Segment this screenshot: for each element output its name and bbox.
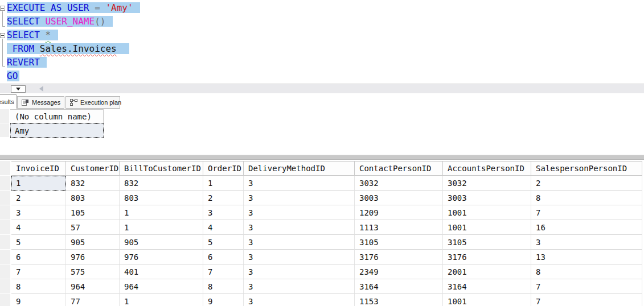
invoice-grid-cell[interactable]: 7 [11, 264, 66, 279]
invoice-grid-cell[interactable]: 803 [120, 191, 203, 205]
invoice-grid-cell[interactable]: 4 [11, 220, 66, 235]
invoice-grid-cell[interactable]: 8 [531, 264, 642, 279]
invoice-grid-column-header[interactable]: DeliveryMethodID [244, 161, 355, 176]
invoice-grid-column-header[interactable]: CustomerID [66, 161, 120, 176]
invoice-grid-cell[interactable]: 3003 [443, 191, 531, 205]
invoice-grid-cell[interactable]: 3105 [443, 235, 531, 250]
invoice-grid-cell[interactable]: 1 [203, 176, 244, 191]
editor-split-dropdown-button[interactable] [11, 85, 26, 93]
invoice-grid-cell[interactable]: 13 [531, 250, 642, 264]
invoice-grid-cell[interactable]: 976 [66, 250, 120, 264]
invoice-grid-cell[interactable]: 7 [531, 294, 642, 306]
invoice-grid-cell[interactable]: 2 [203, 191, 244, 205]
invoice-grid-cell[interactable]: 8 [203, 279, 244, 294]
tab-messages[interactable]: Messages [17, 96, 64, 109]
invoice-grid-cell[interactable]: 3164 [443, 279, 531, 294]
invoice-grid-cell[interactable]: 77 [66, 294, 120, 306]
invoice-grid-cell[interactable]: 1 [120, 294, 203, 306]
invoice-grid-column-header[interactable]: SalespersonPersonID [531, 161, 642, 176]
grid-splitter[interactable] [0, 155, 644, 160]
invoice-grid-cell[interactable]: 4 [203, 220, 244, 235]
invoice-grid-cell[interactable]: 3 [244, 250, 355, 264]
invoice-grid-column-header[interactable]: ContactPersonID [355, 161, 443, 176]
fold-collapse-icon[interactable] [0, 6, 5, 11]
invoice-grid-column-header[interactable]: BillToCustomerID [120, 161, 203, 176]
invoice-grid-cell[interactable]: 5 [11, 235, 66, 250]
invoice-grid-cell[interactable]: 401 [120, 264, 203, 279]
invoice-grid-cell[interactable]: 1 [11, 176, 66, 191]
invoice-grid-cell[interactable]: 1 [120, 220, 203, 235]
invoice-grid-cell[interactable]: 3 [244, 176, 355, 191]
invoice-grid-cell[interactable]: 7 [203, 264, 244, 279]
invoice-grid-cell[interactable]: 832 [120, 176, 203, 191]
invoice-grid-row-header[interactable] [0, 220, 11, 235]
invoice-grid-cell[interactable]: 575 [66, 264, 120, 279]
invoice-grid-cell[interactable]: 57 [66, 220, 120, 235]
invoice-grid-cell[interactable]: 7 [531, 279, 642, 294]
invoice-grid-cell[interactable]: 2001 [443, 264, 531, 279]
invoice-grid-cell[interactable]: 8 [531, 191, 642, 205]
invoice-grid-cell[interactable]: 964 [120, 279, 203, 294]
invoice-grid-cell[interactable]: 1153 [355, 294, 443, 306]
scalar-grid-select-all[interactable] [0, 109, 10, 123]
invoice-grid-row-header[interactable] [0, 176, 11, 191]
invoice-grid-cell[interactable]: 105 [66, 205, 120, 220]
invoice-grid-cell[interactable]: 3 [244, 264, 355, 279]
invoice-grid-cell[interactable]: 3 [203, 205, 244, 220]
scalar-grid-row-header[interactable] [0, 123, 10, 138]
invoice-grid-row-header[interactable] [0, 205, 11, 220]
invoice-grid-cell[interactable]: 6 [11, 250, 66, 264]
invoice-grid-cell[interactable]: 3176 [355, 250, 443, 264]
invoice-grid-cell[interactable]: 7 [531, 205, 642, 220]
invoice-grid-row-header[interactable] [0, 235, 11, 250]
invoice-grid-row-header[interactable] [0, 191, 11, 205]
scalar-grid-cell[interactable]: Amy [10, 123, 104, 138]
invoice-grid-cell[interactable]: 8 [11, 279, 66, 294]
invoice-grid-cell[interactable]: 3 [244, 279, 355, 294]
invoice-grid-cell[interactable]: 3 [244, 205, 355, 220]
invoice-grid-cell[interactable]: 3 [531, 235, 642, 250]
invoice-grid-cell[interactable]: 1 [120, 205, 203, 220]
invoice-grid-row-header[interactable] [0, 250, 11, 264]
invoice-grid-cell[interactable]: 976 [120, 250, 203, 264]
invoice-grid-column-header[interactable]: AccountsPersonID [443, 161, 531, 176]
invoice-grid-cell[interactable]: 832 [66, 176, 120, 191]
tab-results[interactable]: Results [0, 94, 17, 109]
invoice-grid-cell[interactable]: 9 [203, 294, 244, 306]
invoice-grid-cell[interactable]: 3 [244, 235, 355, 250]
invoice-grid-cell[interactable]: 3105 [355, 235, 443, 250]
invoice-grid-cell[interactable]: 2 [531, 176, 642, 191]
invoice-grid-cell[interactable]: 3 [244, 220, 355, 235]
invoice-grid-cell[interactable]: 1001 [443, 294, 531, 306]
invoice-grid-cell[interactable]: 5 [203, 235, 244, 250]
invoice-grid-row-header[interactable] [0, 279, 11, 294]
scalar-grid-column-header[interactable]: (No column name) [10, 109, 104, 123]
tab-execution-plan[interactable]: Execution plan [65, 96, 120, 109]
invoice-grid-cell[interactable]: 1001 [443, 205, 531, 220]
invoice-grid-cell[interactable]: 3176 [443, 250, 531, 264]
invoice-grid-row-header[interactable] [0, 294, 11, 306]
invoice-grid-column-header[interactable]: OrderID [203, 161, 244, 176]
invoice-grid-cell[interactable]: 16 [531, 220, 642, 235]
invoice-grid-select-all[interactable] [0, 161, 11, 176]
invoice-grid-cell[interactable]: 3032 [355, 176, 443, 191]
invoice-grid-cell[interactable]: 803 [66, 191, 120, 205]
invoice-grid-cell[interactable]: 9 [11, 294, 66, 306]
scroll-left-button[interactable] [39, 86, 43, 92]
invoice-grid-cell[interactable]: 3164 [355, 279, 443, 294]
invoice-grid-cell[interactable]: 3 [244, 294, 355, 306]
invoice-grid-cell[interactable]: 6 [203, 250, 244, 264]
invoice-grid-cell[interactable]: 3003 [355, 191, 443, 205]
sql-editor[interactable]: EXECUTE AS USER = 'Amy' SELECT USER_NAME… [0, 0, 644, 82]
invoice-grid-cell[interactable]: 1001 [443, 220, 531, 235]
invoice-grid-cell[interactable]: 1209 [355, 205, 443, 220]
invoice-grid-cell[interactable]: 905 [120, 235, 203, 250]
invoice-grid-cell[interactable]: 3 [244, 191, 355, 205]
invoice-grid-column-header[interactable]: InvoiceID [11, 161, 66, 176]
invoice-grid-cell[interactable]: 905 [66, 235, 120, 250]
invoice-grid-cell[interactable]: 3 [11, 205, 66, 220]
invoice-grid-cell[interactable]: 964 [66, 279, 120, 294]
invoice-grid-cell[interactable]: 1113 [355, 220, 443, 235]
invoice-grid-cell[interactable]: 2 [11, 191, 66, 205]
invoice-grid-cell[interactable]: 2349 [355, 264, 443, 279]
